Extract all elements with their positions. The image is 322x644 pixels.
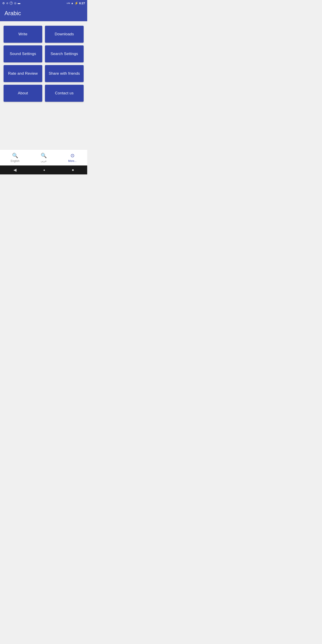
search-settings-button[interactable]: Search Settings [45,46,84,62]
circle-status-icon: ◎ [14,2,16,5]
bottom-navigation: 🔍 English 🔍 عربى ⊙ More... [0,149,87,166]
nav-label-english: English [11,160,20,162]
search-arabic-icon: 🔍 [41,153,47,158]
lte-icon: LTE [67,2,70,4]
write-button[interactable]: Write [4,26,42,43]
rate-and-review-button[interactable]: Rate and Review [4,65,42,82]
button-grid: Write Downloads Sound Settings Search Se… [4,26,84,102]
nav-item-english[interactable]: 🔍 English [6,151,24,164]
home-button[interactable]: ● [44,168,45,172]
card-status-icon: ▬ [18,2,20,5]
page-title: Arabic [4,10,83,17]
app-header: Arabic [0,6,87,21]
gear-status-icon: ⚙ [2,2,5,5]
nav-label-more: More... [68,160,76,162]
help-status-icon: ? [10,2,13,5]
more-icon: ⊙ [70,153,74,158]
main-content: Write Downloads Sound Settings Search Se… [0,21,87,149]
downloads-button[interactable]: Downloads [45,26,84,43]
search-english-icon: 🔍 [12,153,18,158]
share-with-friends-button[interactable]: Share with friends [45,65,84,82]
status-bar-right-icons: LTE ▲ ⚡ 6:27 [67,1,85,5]
about-button[interactable]: About [4,85,42,102]
status-bar: ⚙ ⊘ ? ◎ ▬ LTE ▲ ⚡ 6:27 [0,0,87,6]
back-button[interactable]: ◀ [14,168,16,172]
status-bar-left-icons: ⚙ ⊘ ? ◎ ▬ [2,2,20,5]
sound-settings-button[interactable]: Sound Settings [4,46,42,62]
system-navigation-bar: ◀ ● ■ [0,166,87,174]
battery-icon: ⚡ [74,1,78,5]
time-display: 6:27 [79,2,85,5]
nav-item-more[interactable]: ⊙ More... [64,151,81,164]
signal-icon: ▲ [71,2,74,5]
recents-button[interactable]: ■ [72,168,74,172]
wifi-status-icon: ⊘ [6,2,8,5]
contact-us-button[interactable]: Contact us [45,85,84,102]
nav-item-arabic[interactable]: 🔍 عربى [36,151,51,164]
nav-label-arabic: عربى [41,160,47,162]
